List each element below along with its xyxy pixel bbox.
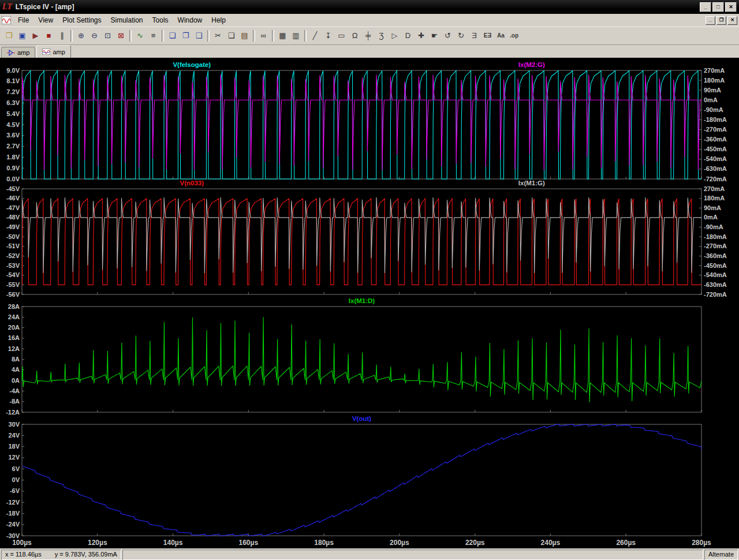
copy-icon[interactable]: ❏ [225,29,238,42]
trace-ix-m1-d- [22,317,701,402]
x-axis-label: 260µs [616,539,636,547]
pane-tile-icon[interactable]: ❏ [166,29,179,42]
y-axis-label: 9.0V [6,67,20,74]
pause-icon[interactable]: ∥ [55,29,69,42]
open-icon[interactable]: ❒ [2,29,16,42]
find-icon[interactable]: ∞ [257,29,270,42]
zoom-back-icon[interactable]: ⊖ [88,29,101,42]
capacitor-icon[interactable]: ╪ [361,29,375,42]
menu-item-file[interactable]: File [13,15,33,25]
toolbar-separator [207,30,210,42]
menu-item-simulation[interactable]: Simulation [106,15,148,25]
toolbar-separator [253,30,255,42]
save-icon[interactable]: ▣ [16,29,29,42]
y-axis-label: -630mA [704,281,727,288]
resistor-icon[interactable]: Ω [348,29,361,42]
y-axis-label: -12A [6,409,20,416]
paste-icon[interactable]: ▤ [238,29,251,42]
mirror-icon[interactable]: EƎ [481,29,494,42]
plot-settings-icon[interactable]: ∿ [133,29,147,42]
close-button[interactable]: ✕ [725,2,737,12]
trace-title[interactable]: V(out) [352,415,371,422]
waveform-plot[interactable]: V(felsogate)Ix(M2:G)9.0V8.1V7.2V6.3V5.4V… [0,58,739,548]
mdi-minimize-button[interactable]: _ [706,16,715,25]
toolbar-separator [272,30,274,42]
trace-title[interactable]: Ix(M1:G) [518,180,545,186]
menu-item-tools[interactable]: Tools [148,15,173,25]
diode-icon[interactable]: ▷ [388,29,401,42]
label-net-icon[interactable]: ▭ [335,29,348,42]
cursor-position-field: x = 118.46µs y = 9.783V, 356.09mA [1,550,121,560]
y-axis-label: -48V [6,214,20,221]
menu-item-window[interactable]: Window [173,15,207,25]
waveform-viewer[interactable]: V(felsogate)Ix(M2:G)9.0V8.1V7.2V6.3V5.4V… [0,58,739,548]
mdi-close-button[interactable]: ✕ [727,16,737,25]
waveform-icon [42,48,50,55]
print-icon[interactable]: ▦ [276,29,289,42]
schematic-icon [7,50,15,56]
ground-icon[interactable]: ↧ [322,29,335,42]
run-icon[interactable]: ▶ [29,29,42,42]
trace-ix-m2-g- [22,75,701,170]
menu-item-help[interactable]: Help [207,15,230,25]
y-axis-label: -6V [10,487,20,494]
tab-amp-waveform[interactable]: amp [36,45,70,58]
mode-field: Alternate [704,550,738,560]
y-axis-label: 270mA [704,67,725,74]
toolbar-separator [304,30,307,42]
pane-grid-icon[interactable]: ❑ [192,29,206,42]
pane-stack-icon[interactable]: ❐ [179,29,192,42]
trace-title[interactable]: V(n033) [180,180,204,186]
minimize-button[interactable]: _ [700,2,711,12]
y-axis-label: 1.8V [6,154,20,160]
y-axis-label: -90mA [704,223,723,230]
cursor-y-value: y = 9.783V, 356.09mA [55,551,117,558]
autorange-icon[interactable]: ⊠ [114,29,128,42]
y-axis-label: -720mA [704,291,727,298]
move-icon[interactable]: ✚ [415,29,428,42]
x-axis-label: 160µs [238,539,258,547]
x-axis-label: 200µs [390,539,409,547]
zoom-full-icon[interactable]: ⊡ [101,29,114,42]
menu-item-plot-settings[interactable]: Plot Settings [58,15,106,25]
y-axis-label: -720mA [704,176,727,182]
text-icon[interactable]: Aa [494,29,507,42]
y-axis-label: 0V [12,476,20,483]
trace-title[interactable]: Ix(M1:D) [349,297,375,304]
y-axis-label: 270mA [704,185,725,192]
y-axis-label: 180mA [704,77,725,84]
menu-item-view[interactable]: View [33,15,58,25]
y-axis-label: 0.0V [6,176,20,182]
y-axis-label: -18V [6,510,20,517]
y-axis-label: -24V [6,521,20,528]
component-icon[interactable]: D [401,29,415,42]
op-directive-icon[interactable]: .op [507,29,521,42]
y-axis-label: -45V [6,185,20,192]
mode-value: Alternate [708,551,734,558]
maximize-button[interactable]: □ [712,2,724,12]
halt-icon[interactable]: ■ [42,29,55,42]
trace-v-felsogate- [22,71,701,180]
rotate-icon[interactable]: Ǝ [468,29,481,42]
cut-icon[interactable]: ✂ [211,29,225,42]
toolbar-separator [70,30,73,42]
redo-icon[interactable]: ↻ [454,29,468,42]
inductor-icon[interactable]: Ʒ [375,29,388,42]
y-axis-label: -360mA [704,136,727,143]
spice-netlist-icon[interactable]: ≡ [147,29,160,42]
print-preview-icon[interactable]: ▥ [289,29,303,42]
trace-v-out- [22,424,701,536]
y-axis-label: 90mA [704,87,721,94]
toolbar-separator [129,30,132,42]
undo-icon[interactable]: ↺ [441,29,454,42]
y-axis-label: -90mA [704,106,723,113]
drag-icon[interactable]: ☛ [428,29,441,42]
mdi-restore-button[interactable]: ❐ [716,16,726,25]
trace-title[interactable]: Ix(M2:G) [518,61,545,68]
zoom-in-icon[interactable]: ⊕ [74,29,88,42]
tab-amp-schematic[interactable]: amp [1,47,35,58]
y-axis-label: -55V [6,281,20,288]
trace-title[interactable]: V(felsogate) [173,61,211,68]
y-axis-label: -54V [6,271,20,278]
wire-icon[interactable]: ╱ [308,29,322,42]
